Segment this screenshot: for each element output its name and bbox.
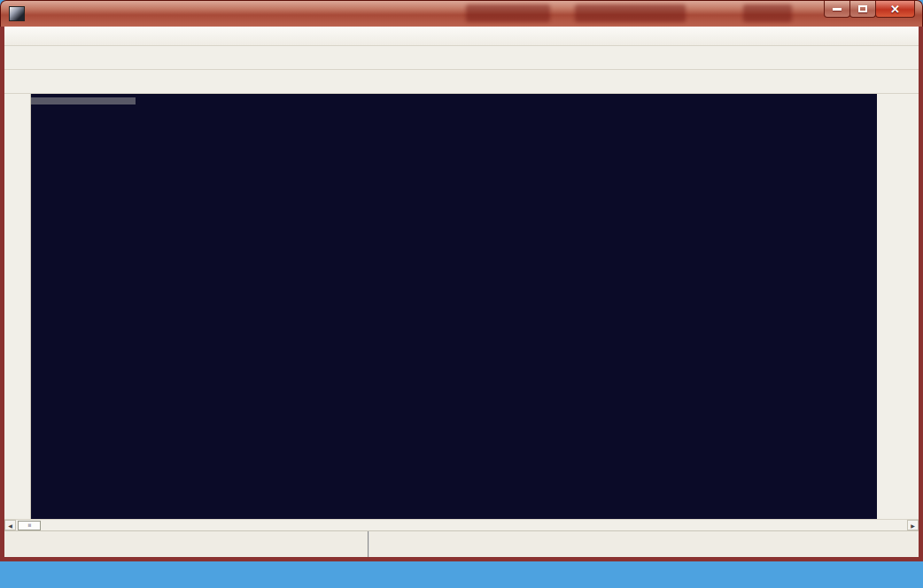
close-button[interactable]: ✕ bbox=[875, 1, 915, 18]
background-window-blob bbox=[743, 4, 792, 22]
sky-chart[interactable] bbox=[31, 94, 877, 519]
title-bar[interactable]: ✕ bbox=[0, 0, 923, 27]
status-bar bbox=[4, 530, 919, 557]
minimize-button[interactable] bbox=[824, 1, 850, 18]
scroll-left-icon[interactable]: ◀ bbox=[4, 520, 16, 530]
window-body: ◀ ≡ ▶ bbox=[0, 27, 923, 561]
status-object-info bbox=[369, 531, 919, 557]
menu-bar bbox=[4, 27, 919, 46]
object-toolbar bbox=[4, 70, 919, 94]
fov-panel bbox=[877, 94, 919, 519]
background-window-blob bbox=[575, 4, 686, 22]
minimize-icon bbox=[833, 8, 842, 11]
maximize-button[interactable] bbox=[849, 1, 876, 18]
desktop: ✕ ◀ ≡ ▶ bbox=[0, 0, 923, 588]
chart-info-overlay bbox=[31, 97, 136, 104]
left-toolbar bbox=[4, 94, 31, 519]
close-icon: ✕ bbox=[890, 3, 900, 16]
background-window-blob bbox=[466, 4, 550, 22]
main-toolbar bbox=[4, 46, 919, 70]
desktop-strip bbox=[0, 561, 923, 588]
scrollbar-thumb[interactable]: ≡ bbox=[18, 521, 41, 530]
maximize-icon bbox=[858, 5, 867, 12]
horizontal-scrollbar[interactable]: ◀ ≡ ▶ bbox=[4, 519, 919, 530]
app-window: ✕ ◀ ≡ ▶ bbox=[0, 0, 923, 561]
app-icon bbox=[9, 6, 25, 21]
status-cursor-coords bbox=[4, 531, 369, 557]
scroll-right-icon[interactable]: ▶ bbox=[907, 520, 919, 530]
